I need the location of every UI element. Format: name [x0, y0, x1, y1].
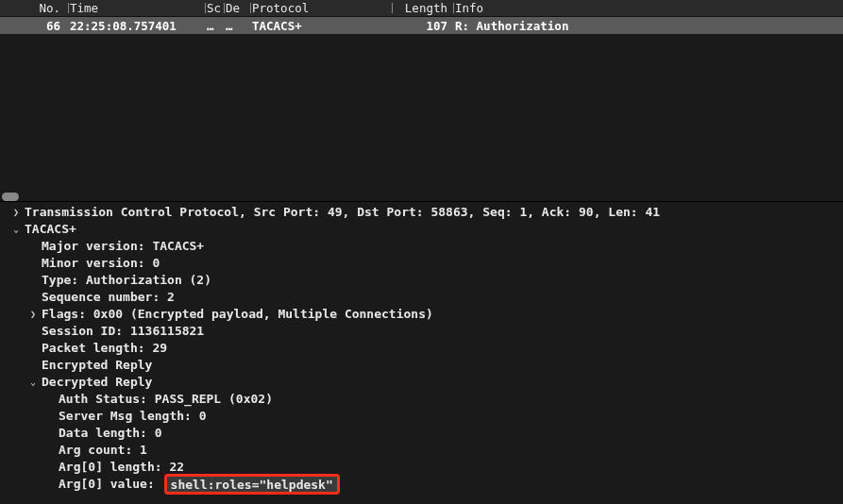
tree-arg0-len[interactable]: Arg[0] length: 22 — [9, 459, 843, 476]
col-header-src[interactable]: Sc — [205, 1, 224, 15]
tree-tcp[interactable]: ❯ Transmission Control Protocol, Src Por… — [9, 204, 843, 221]
tree-label: Data length: 0 — [59, 425, 162, 442]
cell-src: … — [205, 19, 224, 33]
tree-major-version[interactable]: Major version: TACACS+ — [9, 238, 843, 255]
tree-srv-msg-len[interactable]: Server Msg length: 0 — [9, 408, 843, 425]
tree-tacacs[interactable]: ⌄ TACACS+ — [9, 221, 843, 238]
col-header-no[interactable]: No. — [0, 1, 68, 15]
tree-data-len[interactable]: Data length: 0 — [9, 425, 843, 442]
tree-flags[interactable]: ❯ Flags: 0x00 (Encrypted payload, Multip… — [9, 306, 843, 323]
packet-row[interactable]: 66 22:25:08.757401 … … TACACS+ 107 R: Au… — [0, 17, 843, 34]
tree-label: Arg count: 1 — [59, 442, 147, 459]
cell-info: R: Authorization — [453, 19, 843, 33]
col-header-dst[interactable]: De — [224, 1, 250, 15]
tree-dec-reply[interactable]: ⌄ Decrypted Reply — [9, 374, 843, 391]
cell-time: 22:25:08.757401 — [68, 19, 205, 33]
horizontal-scroll-thumb[interactable] — [2, 193, 19, 201]
tree-label: Session ID: 1136115821 — [42, 323, 204, 340]
tree-label: Encrypted Reply — [42, 357, 152, 374]
tree-label: Sequence number: 2 — [42, 289, 175, 306]
tree-label: TACACS+ — [25, 221, 76, 238]
chevron-right-icon[interactable]: ❯ — [26, 306, 40, 323]
tree-type[interactable]: Type: Authorization (2) — [9, 272, 843, 289]
col-header-proto[interactable]: Protocol — [250, 1, 392, 15]
tree-label: Flags: 0x00 (Encrypted payload, Multiple… — [42, 306, 433, 323]
tree-arg0-val[interactable]: Arg[0] value: shell:roles="helpdesk" — [9, 476, 843, 493]
chevron-right-icon[interactable]: ❯ — [9, 204, 23, 221]
tree-label: Auth Status: PASS_REPL (0x02) — [59, 391, 273, 408]
packet-list-pane: No. Time Sc De Protocol Length Info 66 2… — [0, 0, 843, 201]
tree-label: Major version: TACACS+ — [42, 238, 204, 255]
tree-enc-reply[interactable]: Encrypted Reply — [9, 357, 843, 374]
tree-label: Decrypted Reply — [42, 374, 152, 391]
tree-label: Transmission Control Protocol, Src Port:… — [25, 204, 660, 221]
tree-auth-status[interactable]: Auth Status: PASS_REPL (0x02) — [9, 391, 843, 408]
tree-label: Arg[0] length: 22 — [59, 459, 184, 476]
tree-label: Minor version: 0 — [42, 255, 160, 272]
tree-label: Packet length: 29 — [42, 340, 167, 357]
highlighted-value: shell:roles="helpdesk" — [164, 474, 340, 495]
cell-proto: TACACS+ — [250, 19, 392, 33]
cell-len: 107 — [392, 19, 453, 33]
tree-label: Server Msg length: 0 — [59, 408, 207, 425]
chevron-down-icon[interactable]: ⌄ — [9, 221, 23, 238]
tree-minor-version[interactable]: Minor version: 0 — [9, 255, 843, 272]
tree-session-id[interactable]: Session ID: 1136115821 — [9, 323, 843, 340]
cell-dst: … — [224, 19, 250, 33]
packet-details-pane: ❯ Transmission Control Protocol, Src Por… — [0, 202, 843, 495]
tree-arg-count[interactable]: Arg count: 1 — [9, 442, 843, 459]
col-header-info[interactable]: Info — [453, 1, 843, 15]
tree-packet-len[interactable]: Packet length: 29 — [9, 340, 843, 357]
packet-list-header: No. Time Sc De Protocol Length Info — [0, 0, 843, 17]
col-header-time[interactable]: Time — [68, 1, 205, 15]
tree-label-prefix: Arg[0] value: — [59, 476, 162, 493]
cell-no: 66 — [0, 19, 68, 33]
tree-seq-num[interactable]: Sequence number: 2 — [9, 289, 843, 306]
col-header-len[interactable]: Length — [392, 1, 453, 15]
tree-label: Type: Authorization (2) — [42, 272, 211, 289]
chevron-down-icon[interactable]: ⌄ — [26, 374, 40, 391]
